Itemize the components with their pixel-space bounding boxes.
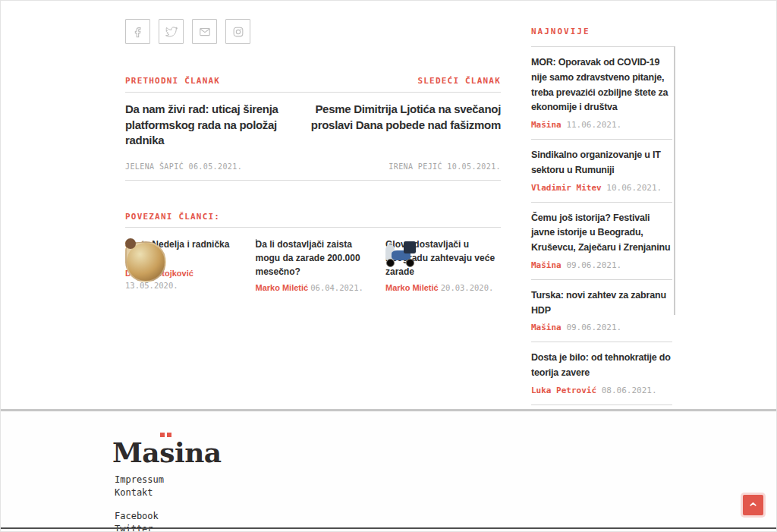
related-article-author[interactable]: Marko Miletić bbox=[385, 283, 439, 292]
footer-link-impressum[interactable]: Impressum bbox=[115, 474, 164, 486]
latest-news-author[interactable]: Luka Petrović bbox=[531, 386, 596, 395]
related-article-meta: Marko Miletić 06.04.2021. bbox=[256, 282, 371, 294]
latest-news-item: Čemu još istorija? Festivali javne istor… bbox=[531, 203, 672, 280]
facebook-share-button[interactable] bbox=[125, 19, 150, 44]
next-article-author[interactable]: IRENA PEJIĆ bbox=[388, 162, 442, 171]
latest-news-item: MOR: Oporavak od COVID-19 nije samo zdra… bbox=[531, 47, 672, 140]
latest-news-author[interactable]: Mašina bbox=[531, 260, 562, 270]
latest-news-meta: Mašina 11.06.2021. bbox=[531, 120, 672, 130]
latest-news-title[interactable]: MOR: Oporavak od COVID-19 nije samo zdra… bbox=[531, 57, 668, 112]
related-article-author[interactable]: Marko Miletić bbox=[256, 283, 309, 292]
scroll-to-top-button[interactable] bbox=[743, 495, 763, 515]
latest-news-item: Dosta je bilo: od tehnokratije do teorij… bbox=[531, 342, 672, 405]
divider bbox=[125, 92, 501, 93]
latest-news-date: 09.06.2021. bbox=[566, 323, 621, 332]
article-nav-titles: Da nam živi rad: uticaj širenja platform… bbox=[125, 102, 501, 162]
latest-news-meta: Vladimir Mitev 10.06.2021. bbox=[531, 183, 672, 193]
related-articles-section: POVEZANI ČLANCI: Sveta Nede bbox=[125, 212, 501, 294]
page: PRETHODNI ČLANAK SLEDEĆI ČLANAK Da nam ž… bbox=[0, 0, 777, 532]
article-navigation: PRETHODNI ČLANAK SLEDEĆI ČLANAK Da nam ž… bbox=[125, 76, 501, 181]
next-article-title[interactable]: Pesme Dimitrija Ljotića na svečanoj pros… bbox=[302, 102, 501, 162]
site-logo[interactable]: Masina bbox=[112, 436, 222, 468]
latest-news-title[interactable]: Dosta je bilo: od tehnokratije do teorij… bbox=[531, 352, 671, 378]
latest-news-title[interactable]: Sindikalno organizovanje u IT sektoru u … bbox=[531, 150, 661, 175]
latest-news-author[interactable]: Mašina bbox=[531, 323, 562, 332]
article-nav-bylines: JELENA ŠAPIĆ 06.05.2021. IRENA PEJIĆ 10.… bbox=[125, 162, 501, 172]
latest-news-date: 11.06.2021. bbox=[566, 120, 621, 130]
related-article-meta: Marko Miletić 20.03.2020. bbox=[385, 282, 501, 294]
latest-news-item: Turska: novi zahtev za zabranu HDP Mašin… bbox=[531, 280, 672, 343]
window-bottom-edge bbox=[1, 527, 776, 529]
divider bbox=[125, 227, 501, 228]
prev-article-date: 06.05.2021. bbox=[188, 162, 242, 171]
prev-article-title[interactable]: Da nam živi rad: uticaj širenja platform… bbox=[125, 102, 302, 162]
latest-news-date: 09.06.2021. bbox=[566, 260, 621, 270]
sidebar-scrollbar[interactable] bbox=[674, 46, 675, 315]
latest-news-meta: Mašina 09.06.2021. bbox=[531, 323, 672, 332]
twitter-icon bbox=[164, 24, 179, 39]
logo-red-caron-dots bbox=[160, 433, 165, 437]
instagram-icon bbox=[231, 24, 246, 39]
prev-article-label[interactable]: PRETHODNI ČLANAK bbox=[125, 76, 220, 86]
logo-text-suffix: ina bbox=[175, 436, 222, 468]
footer-links-primary: Impressum Kontakt bbox=[115, 474, 164, 499]
article-nav-labels: PRETHODNI ČLANAK SLEDEĆI ČLANAK bbox=[125, 76, 501, 86]
latest-news-item: Sindikalno organizovanje u IT sektoru u … bbox=[531, 140, 672, 203]
email-icon bbox=[197, 24, 212, 39]
latest-news-date: 10.06.2021. bbox=[606, 183, 662, 193]
next-article-date: 10.05.2021. bbox=[447, 162, 501, 171]
footer: Masina Impressum Kontakt Facebook Twitte… bbox=[1, 409, 776, 532]
next-article-byline: IRENA PEJIĆ 10.05.2021. bbox=[388, 162, 501, 172]
latest-news-author[interactable]: Mašina bbox=[531, 120, 562, 130]
logo-text-prefix: Ma bbox=[112, 436, 159, 468]
related-article-date: 06.04.2021. bbox=[310, 283, 363, 292]
related-article-card: Da li dostavljači zaista mogu da zarade … bbox=[256, 237, 371, 294]
latest-news-author[interactable]: Vladimir Mitev bbox=[531, 183, 602, 193]
prev-article-byline: JELENA ŠAPIĆ 06.05.2021. bbox=[125, 162, 242, 172]
related-articles-row: Sveta Nedelja i radnička prava Dragan St… bbox=[125, 237, 501, 294]
next-article-label[interactable]: SLEDEĆI ČLANAK bbox=[417, 76, 501, 86]
social-share-row bbox=[125, 19, 250, 44]
latest-news-sidebar: NAJNOVIJE MOR: Oporavak od COVID-19 nije… bbox=[531, 24, 675, 405]
prev-article-author[interactable]: JELENA ŠAPIĆ bbox=[125, 162, 184, 171]
related-article-card: Sveta Nedelja i radnička prava Dragan St… bbox=[125, 237, 241, 294]
latest-news-heading: NAJNOVIJE bbox=[531, 27, 675, 36]
latest-news-meta: Luka Petrović 08.06.2021. bbox=[531, 386, 672, 395]
instagram-share-button[interactable] bbox=[225, 19, 250, 44]
divider bbox=[125, 180, 501, 181]
related-article-date: 20.03.2020. bbox=[441, 283, 494, 292]
related-article-card: Glovo dostavljači u Beogradu zahtevaju v… bbox=[385, 237, 501, 294]
logo-letter-s: s bbox=[159, 436, 175, 468]
logo-s-char: s bbox=[159, 436, 175, 468]
email-share-button[interactable] bbox=[192, 19, 217, 44]
related-article-date: 13.05.2020. bbox=[125, 281, 178, 290]
footer-link-kontakt[interactable]: Kontakt bbox=[115, 486, 164, 499]
latest-news-meta: Mašina 09.06.2021. bbox=[531, 260, 672, 270]
related-article-title[interactable]: Da li dostavljači zaista mogu da zarade … bbox=[256, 239, 360, 277]
chevron-up-icon bbox=[748, 499, 758, 512]
facebook-icon bbox=[131, 24, 146, 39]
twitter-share-button[interactable] bbox=[159, 19, 184, 44]
latest-news-title[interactable]: Turska: novi zahtev za zabranu HDP bbox=[531, 290, 666, 316]
related-articles-heading: POVEZANI ČLANCI: bbox=[125, 212, 501, 222]
latest-news-date: 08.06.2021. bbox=[602, 386, 657, 395]
latest-news-title[interactable]: Čemu još istorija? Festivali javne istor… bbox=[531, 212, 670, 253]
footer-link-facebook[interactable]: Facebook bbox=[115, 510, 159, 523]
